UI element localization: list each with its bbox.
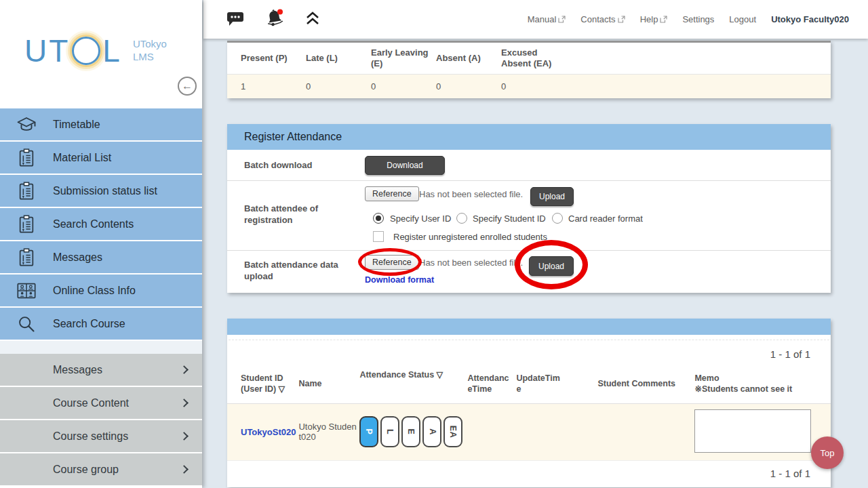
- batch-attendee-registration-row: Batch attendee of registration Reference…: [227, 181, 831, 251]
- status-button-label: P: [364, 429, 374, 435]
- batch-download-label: Batch download: [244, 160, 356, 171]
- register-unregistered-checkbox[interactable]: [373, 231, 384, 242]
- summary-value-early-leaving: 0: [371, 81, 436, 92]
- utol-logo: UTL UTokyo LMS: [24, 33, 167, 69]
- contacts-link[interactable]: Contacts: [580, 14, 625, 24]
- student-table-header-row: Student ID (User ID) ▽ Name Attendance S…: [227, 364, 831, 403]
- sidebar-item-messages[interactable]: Messages: [0, 241, 202, 274]
- no-file-selected-text-2: Has not been selected file.: [419, 258, 523, 268]
- sidebar-item-label: Submission status list: [53, 185, 157, 197]
- sidebar-item-online-class-info[interactable]: Online Class Info: [0, 274, 202, 308]
- clipboard-icon: [0, 182, 53, 201]
- header-student-id[interactable]: Student ID (User ID) ▽: [227, 364, 298, 403]
- memo-textarea[interactable]: [694, 409, 811, 453]
- student-table-header-bar: [227, 319, 831, 335]
- sidebar-item-submission-status-list[interactable]: Submission status list: [0, 175, 202, 208]
- register-attendance-panel: Register Attendance Batch download Downl…: [227, 124, 831, 293]
- sidebar-item-course-messages[interactable]: Messages: [0, 354, 202, 387]
- sidebar-item-course-settings[interactable]: Course settings: [0, 420, 202, 453]
- sidebar-item-label: Messages: [53, 364, 102, 376]
- sidebar-menu: Timetable Material List Submission statu…: [0, 108, 202, 487]
- student-id-link[interactable]: UTokyoSt020: [241, 427, 296, 437]
- sidebar-item-timetable[interactable]: Timetable: [0, 108, 202, 142]
- student-table: Student ID (User ID) ▽ Name Attendance S…: [227, 364, 831, 461]
- header-attendance-time: AttendanceTime: [467, 364, 516, 403]
- sidebar: UTL UTokyo LMS ← Timetable Material List…: [0, 0, 202, 488]
- bell-icon[interactable]: [263, 7, 286, 32]
- summary-header-early-leaving: Early Leaving (E): [371, 47, 436, 70]
- student-row: UTokyoSt020 Utokyo Student020 P L E A EA: [227, 403, 831, 460]
- reference-button[interactable]: Reference: [365, 186, 419, 201]
- chat-icon[interactable]: [225, 9, 245, 30]
- sidebar-item-label: Online Class Info: [53, 285, 136, 297]
- summary-header-present: Present (P): [241, 53, 306, 64]
- scroll-to-top-button[interactable]: Top: [811, 436, 844, 469]
- sidebar-item-search-contents[interactable]: Search Contents: [0, 208, 202, 241]
- clipboard-icon: [0, 215, 53, 234]
- help-link[interactable]: Help: [640, 14, 668, 24]
- clipboard-icon: [0, 248, 53, 267]
- header-update-time-label: UpdateTime: [516, 373, 561, 395]
- header-attendance-status[interactable]: Attendance Status ▽: [359, 364, 467, 403]
- upload-button-2[interactable]: Upload: [529, 256, 574, 276]
- header-student-comments: Student Comments: [597, 364, 694, 403]
- memo-cell: [694, 403, 831, 460]
- status-button-early-leaving[interactable]: E: [401, 416, 420, 447]
- download-format-link[interactable]: Download format: [365, 275, 434, 285]
- summary-values-row: 1 0 0 0 0: [227, 75, 831, 98]
- help-link-label: Help: [640, 14, 658, 24]
- header-update-time: UpdateTime: [516, 364, 597, 403]
- graduation-cap-icon: [0, 116, 53, 134]
- chevron-right-icon: [180, 365, 189, 374]
- attendance-status-buttons: P L E A EA: [359, 416, 465, 447]
- sidebar-item-label: Search Course: [53, 318, 125, 330]
- table-divider: [229, 335, 829, 340]
- download-button[interactable]: Download: [365, 156, 445, 175]
- sidebar-item-label: Course group: [53, 464, 119, 476]
- settings-link[interactable]: Settings: [682, 14, 714, 24]
- sidebar-item-label: Course Content: [53, 397, 129, 409]
- sidebar-item-course-content[interactable]: Course Content: [0, 387, 202, 420]
- sidebar-item-course-group[interactable]: Course group: [0, 453, 202, 487]
- logout-link[interactable]: Logout: [729, 14, 756, 24]
- double-chevron-up-icon[interactable]: [304, 10, 321, 29]
- status-button-label: A: [427, 428, 437, 435]
- status-button-excused-absent[interactable]: EA: [443, 416, 462, 447]
- summary-header-absent: Absent (A): [436, 53, 501, 64]
- header-name: Name: [298, 364, 359, 403]
- radio-specify-user-id[interactable]: [373, 213, 384, 224]
- sidebar-item-material-list[interactable]: Material List: [0, 142, 202, 175]
- batch-attendance-upload-row: Batch attendance data upload Reference H…: [227, 251, 831, 293]
- logout-link-label: Logout: [729, 14, 756, 24]
- sidebar-item-label: Course settings: [53, 430, 128, 443]
- radio-card-reader-format[interactable]: [552, 213, 563, 224]
- status-button-present[interactable]: P: [359, 416, 378, 447]
- no-file-selected-text: Has not been selected file.: [419, 189, 523, 199]
- radio-specify-student-id[interactable]: [456, 213, 467, 224]
- upload-button[interactable]: Upload: [530, 187, 574, 206]
- status-button-late[interactable]: L: [380, 416, 399, 447]
- status-button-label: L: [385, 429, 395, 434]
- radio-label-specify-user-id: Specify User ID: [390, 214, 451, 224]
- sidebar-item-label: Search Contents: [53, 218, 134, 230]
- settings-link-label: Settings: [682, 14, 714, 24]
- register-unregistered-label: Register unregistered enrolled students: [393, 232, 547, 242]
- chevron-right-icon: [180, 399, 189, 407]
- search-icon: [0, 314, 53, 333]
- summary-value-present: 1: [241, 81, 306, 92]
- sidebar-item-label: Timetable: [53, 119, 100, 131]
- top-bar: Manual Contacts Help Settings Logout Uto…: [203, 0, 868, 39]
- clipboard-icon: [0, 148, 53, 167]
- status-button-label: E: [406, 429, 416, 435]
- utol-logo-o-rings: [72, 37, 100, 65]
- sidebar-collapse-button[interactable]: ←: [178, 77, 197, 96]
- student-attendance-panel: 1 - 1 of 1 Student ID (User ID) ▽ Name A…: [227, 319, 831, 487]
- student-name-cell: Utokyo Student020: [298, 403, 359, 460]
- attendance-summary-table: Present (P) Late (L) Early Leaving (E) A…: [227, 41, 831, 98]
- sidebar-item-search-course[interactable]: Search Course: [0, 308, 202, 341]
- reference-button-2[interactable]: Reference: [365, 255, 419, 270]
- header-memo: Memo ※Students cannot see it: [694, 364, 831, 403]
- status-button-absent[interactable]: A: [422, 416, 441, 447]
- student-comments-cell: [597, 403, 694, 460]
- manual-link[interactable]: Manual: [528, 14, 566, 24]
